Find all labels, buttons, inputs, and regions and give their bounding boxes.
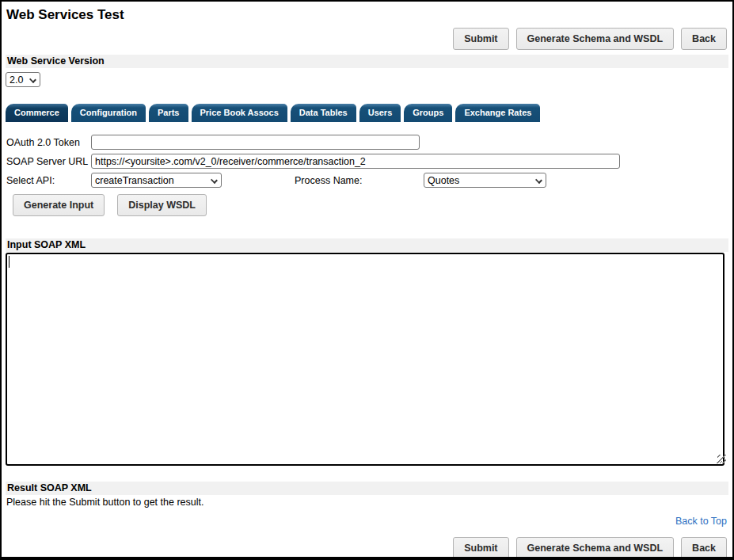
input-soap-xml-area — [6, 253, 728, 466]
back-button[interactable]: Back — [681, 28, 727, 50]
back-to-top-link[interactable]: Back to Top — [675, 516, 727, 527]
input-soap-xml-header: Input SOAP XML — [6, 238, 728, 252]
process-name-label: Process Name: — [295, 175, 424, 186]
web-services-test-page: Web Services Test Submit Generate Schema… — [0, 0, 734, 560]
generate-input-button[interactable]: Generate Input — [13, 194, 105, 216]
tab-groups[interactable]: Groups — [404, 104, 452, 122]
web-service-version-header: Web Service Version — [6, 55, 728, 68]
input-soap-xml-textarea[interactable] — [6, 253, 724, 466]
tab-bar: Commerce Configuration Parts Price Book … — [6, 104, 732, 122]
result-message: Please hit the Submit button to get the … — [6, 497, 732, 508]
tab-configuration[interactable]: Configuration — [71, 104, 146, 122]
select-api-select[interactable]: createTransaction — [91, 173, 222, 188]
form-action-buttons: Generate Input Display WSDL — [13, 194, 732, 216]
top-toolbar: Submit Generate Schema and WSDL Back — [2, 28, 727, 50]
submit-button-bottom[interactable]: Submit — [453, 537, 508, 559]
bottom-toolbar: Submit Generate Schema and WSDL Back — [2, 537, 727, 559]
tab-users[interactable]: Users — [359, 104, 401, 122]
back-button-bottom[interactable]: Back — [681, 537, 727, 559]
generate-schema-wsdl-button-bottom[interactable]: Generate Schema and WSDL — [516, 537, 675, 559]
select-api-label: Select API: — [6, 175, 91, 186]
process-name-select[interactable]: Quotes — [424, 173, 546, 188]
generate-schema-wsdl-button[interactable]: Generate Schema and WSDL — [516, 28, 675, 50]
tab-data-tables[interactable]: Data Tables — [291, 104, 356, 122]
oauth-token-label: OAuth 2.0 Token — [6, 137, 91, 148]
tab-commerce[interactable]: Commerce — [6, 104, 68, 122]
version-select-row: 2.0 — [6, 72, 732, 87]
tab-price-book-assocs[interactable]: Price Book Assocs — [192, 104, 287, 122]
tab-parts[interactable]: Parts — [149, 104, 188, 122]
soap-server-url-label: SOAP Server URL — [6, 156, 91, 167]
submit-button[interactable]: Submit — [453, 28, 508, 50]
result-soap-xml-header: Result SOAP XML — [6, 482, 728, 495]
display-wsdl-button[interactable]: Display WSDL — [117, 194, 207, 216]
request-form: OAuth 2.0 Token SOAP Server URL Select A… — [6, 135, 732, 216]
oauth-token-input[interactable] — [91, 135, 420, 150]
page-title: Web Services Test — [6, 7, 732, 23]
soap-server-url-input[interactable] — [91, 154, 620, 169]
tab-exchange-rates[interactable]: Exchange Rates — [455, 104, 540, 122]
soap-server-url-row: SOAP Server URL — [6, 154, 732, 169]
oauth-token-row: OAuth 2.0 Token — [6, 135, 732, 150]
api-process-row: Select API: createTransaction Process Na… — [6, 173, 732, 188]
web-service-version-select[interactable]: 2.0 — [6, 72, 40, 87]
back-to-top-row: Back to Top — [2, 516, 727, 527]
